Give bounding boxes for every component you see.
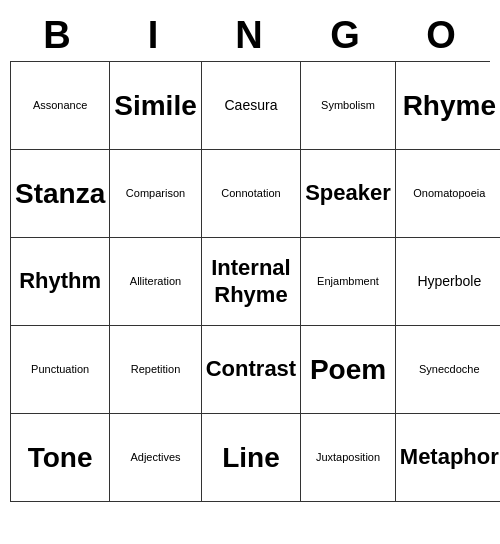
header-letter: B	[10, 10, 106, 61]
header-letter: O	[394, 10, 490, 61]
bingo-cell: Poem	[301, 326, 396, 414]
cell-text: Rhyme	[403, 89, 496, 123]
cell-text: Simile	[114, 89, 196, 123]
cell-text: Symbolism	[321, 99, 375, 112]
cell-text: Synecdoche	[419, 363, 480, 376]
bingo-cell: Alliteration	[110, 238, 201, 326]
bingo-cell: Comparison	[110, 150, 201, 238]
cell-text: Enjambment	[317, 275, 379, 288]
bingo-cell: Rhythm	[11, 238, 110, 326]
cell-text: Stanza	[15, 177, 105, 211]
cell-text: Punctuation	[31, 363, 89, 376]
cell-text: Adjectives	[130, 451, 180, 464]
cell-text: Tone	[28, 441, 93, 475]
header-letter: N	[202, 10, 298, 61]
cell-text: Contrast	[206, 356, 296, 382]
cell-text: Alliteration	[130, 275, 181, 288]
header-letter: I	[106, 10, 202, 61]
bingo-cell: Line	[202, 414, 301, 502]
bingo-cell: Speaker	[301, 150, 396, 238]
bingo-cell: Punctuation	[11, 326, 110, 414]
bingo-cell: Simile	[110, 62, 201, 150]
bingo-cell: Metaphor	[396, 414, 500, 502]
bingo-cell: Contrast	[202, 326, 301, 414]
bingo-cell: Internal Rhyme	[202, 238, 301, 326]
header-letter: G	[298, 10, 394, 61]
bingo-cell: Rhyme	[396, 62, 500, 150]
cell-text: Poem	[310, 353, 386, 387]
bingo-cell: Juxtaposition	[301, 414, 396, 502]
bingo-cell: Caesura	[202, 62, 301, 150]
cell-text: Comparison	[126, 187, 185, 200]
cell-text: Rhythm	[19, 268, 101, 294]
bingo-cell: Onomatopoeia	[396, 150, 500, 238]
cell-text: Onomatopoeia	[413, 187, 485, 200]
bingo-cell: Synecdoche	[396, 326, 500, 414]
bingo-cell: Repetition	[110, 326, 201, 414]
cell-text: Internal Rhyme	[206, 255, 296, 308]
bingo-cell: Symbolism	[301, 62, 396, 150]
cell-text: Juxtaposition	[316, 451, 380, 464]
bingo-cell: Connotation	[202, 150, 301, 238]
bingo-card: BINGO AssonanceSimileCaesuraSymbolismRhy…	[10, 10, 490, 502]
bingo-cell: Tone	[11, 414, 110, 502]
cell-text: Metaphor	[400, 444, 499, 470]
cell-text: Assonance	[33, 99, 87, 112]
bingo-cell: Adjectives	[110, 414, 201, 502]
cell-text: Repetition	[131, 363, 181, 376]
cell-text: Speaker	[305, 180, 391, 206]
bingo-grid: AssonanceSimileCaesuraSymbolismRhymeStan…	[10, 61, 490, 502]
bingo-cell: Stanza	[11, 150, 110, 238]
bingo-cell: Assonance	[11, 62, 110, 150]
cell-text: Connotation	[221, 187, 280, 200]
cell-text: Hyperbole	[417, 273, 481, 290]
cell-text: Line	[222, 441, 280, 475]
bingo-cell: Hyperbole	[396, 238, 500, 326]
cell-text: Caesura	[225, 97, 278, 114]
bingo-cell: Enjambment	[301, 238, 396, 326]
bingo-header: BINGO	[10, 10, 490, 61]
